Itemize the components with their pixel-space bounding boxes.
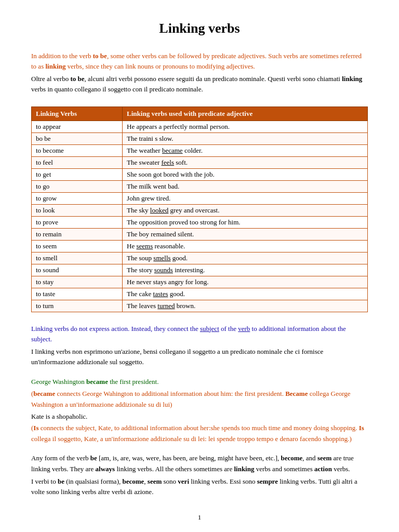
table-cell-example: He never stays angry for long. [123,276,368,288]
table-cell-verb: to seem [32,240,123,252]
table-row: to appearHe appears a perfectly normal p… [32,121,368,132]
table-cell-example: The cake tastes good. [123,288,368,300]
table-cell-example: He seems reasonable. [123,240,368,252]
table-cell-example: The story sounds interesting. [123,264,368,276]
table-row: to lookThe sky looked grey and overcast. [32,204,368,216]
table-cell-verb: to remain [32,228,123,240]
intro-it: Oltre al verbo to be, alcuni altri verbi… [31,74,368,95]
table-cell-verb: bo be [32,132,123,144]
table-cell-verb: to appear [32,121,123,132]
table-header-col1: Linking Verbs [32,107,123,121]
table-row: to smellThe soup smells good. [32,252,368,264]
table-row: to goThe milk went bad. [32,180,368,192]
table-cell-example: She soon got bored with the job. [123,168,368,180]
george-section: George Washington became the first presi… [31,377,368,445]
table-row: to remainThe boy remained silent. [32,228,368,240]
table-row: to getShe soon got bored with the job. [32,168,368,180]
intro-section: In addition to the verb to be, some othe… [31,51,368,95]
any-form-it: I verbi to be (in qualsiasi forma), beco… [31,476,368,498]
table-cell-verb: to stay [32,276,123,288]
page-number: 1 [31,513,368,522]
table-row: to tasteThe cake tastes good. [32,288,368,300]
linking-desc-it: I linking verbs non esprimono un'azione,… [31,347,368,367]
table-cell-example: The milk went bad. [123,180,368,192]
page-title: Linking verbs [31,21,368,36]
table-cell-example: The soup smells good. [123,252,368,264]
table-cell-verb: to smell [32,252,123,264]
linking-verbs-table: Linking Verbs Linking verbs used with pr… [31,107,368,312]
intro-en-text: In addition to the verb to be, some othe… [31,52,362,70]
linking-desc-section: Linking verbs do not express action. Ins… [31,324,368,368]
intro-en: In addition to the verb to be, some othe… [31,51,368,72]
table-cell-example: The traini s slow. [123,132,368,144]
any-form-section: Any form of the verb be [am, is, are, wa… [31,453,368,498]
table-cell-example: The sweater feels soft. [123,156,368,168]
kate-explanation: (Is connects the subject, Kate, to addit… [31,423,368,445]
table-row: to seemHe seems reasonable. [32,240,368,252]
table-cell-example: The leaves turned brown. [123,300,368,312]
george-explanation: (became connects George Wahington to add… [31,389,368,410]
linking-desc-en: Linking verbs do not express action. Ins… [31,324,368,344]
table-cell-example: The opposition proved too strong for him… [123,216,368,228]
table-cell-example: The weather became colder. [123,144,368,156]
table-row: to soundThe story sounds interesting. [32,264,368,276]
table-cell-verb: to prove [32,216,123,228]
table-row: to feelThe sweater feels soft. [32,156,368,168]
table-header-col2: Linking verbs used with predicate adject… [123,107,368,121]
table-cell-verb: to get [32,168,123,180]
table-row: to stayHe never stays angry for long. [32,276,368,288]
table-cell-verb: to sound [32,264,123,276]
george-sentence: George Washington became the first presi… [31,377,368,388]
any-form-en: Any form of the verb be [am, is, are, wa… [31,453,368,475]
table-row: to turnThe leaves turned brown. [32,300,368,312]
table-cell-example: He appears a perfectly normal person. [123,121,368,132]
kate-sentence: Kate is a shopaholic. [31,411,368,422]
table-row: bo beThe traini s slow. [32,132,368,144]
table-cell-example: The sky looked grey and overcast. [123,204,368,216]
table-cell-verb: to look [32,204,123,216]
table-row: to becomeThe weather became colder. [32,144,368,156]
table-cell-example: John grew tired. [123,192,368,204]
table-cell-verb: to go [32,180,123,192]
table-row: to growJohn grew tired. [32,192,368,204]
table-cell-verb: to become [32,144,123,156]
table-cell-verb: to turn [32,300,123,312]
table-cell-verb: to feel [32,156,123,168]
table-cell-verb: to grow [32,192,123,204]
table-cell-verb: to taste [32,288,123,300]
table-row: to proveThe opposition proved too strong… [32,216,368,228]
table-cell-example: The boy remained silent. [123,228,368,240]
